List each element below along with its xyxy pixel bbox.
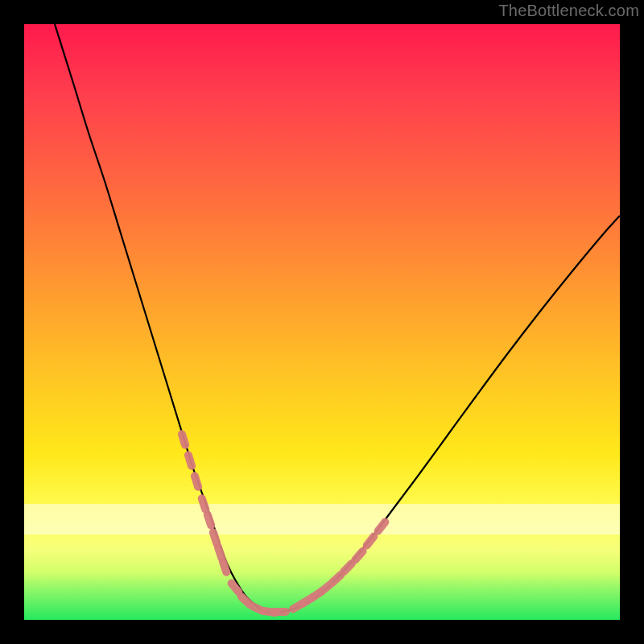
highlight-bead	[218, 547, 221, 557]
highlight-bead	[378, 522, 386, 530]
highlight-bead	[367, 536, 374, 545]
highlight-bead	[232, 584, 239, 592]
highlight-bead	[344, 564, 352, 572]
highlight-bead	[242, 597, 250, 605]
plot-area	[24, 24, 620, 620]
highlight-bead	[355, 551, 362, 560]
highlight-bead	[223, 561, 226, 572]
highlight-bead	[202, 498, 205, 509]
highlight-bead	[188, 455, 192, 465]
highlight-bead	[332, 575, 341, 583]
v-curve	[55, 24, 620, 613]
watermark-text: TheBottleneck.com	[498, 2, 639, 20]
highlight-bead	[182, 434, 185, 444]
curve-svg	[24, 24, 620, 620]
chart-frame: TheBottleneck.com	[0, 0, 644, 644]
highlight-bead	[321, 585, 330, 592]
highlight-bead	[195, 476, 198, 486]
highlight-bead	[208, 514, 211, 525]
highlight-bead	[213, 532, 217, 543]
